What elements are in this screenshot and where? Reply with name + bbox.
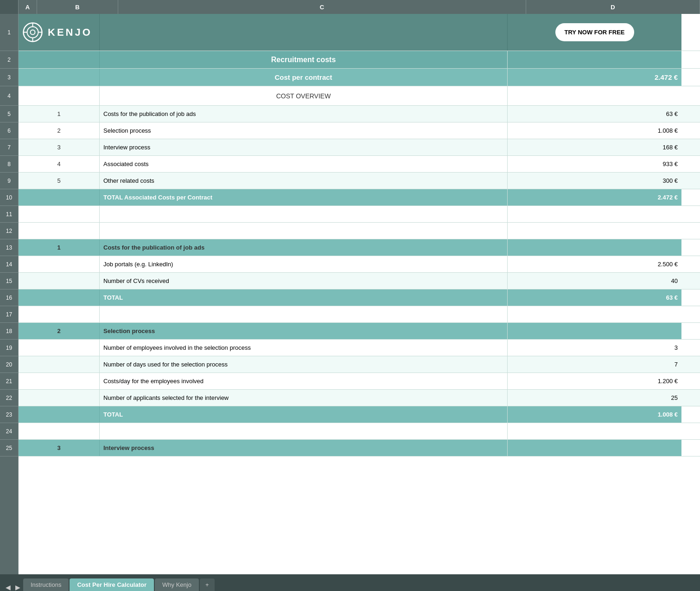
cost-item-2-num: 2	[19, 122, 100, 139]
section2-row1-value: 3	[508, 340, 681, 356]
row-num-15: 15	[0, 273, 18, 289]
section1-row2-value: 40	[508, 273, 681, 289]
row-num-7: 7	[0, 139, 18, 156]
section2-total-value: 1.008 €	[508, 406, 681, 423]
section1-row2-b	[19, 273, 100, 289]
section1-header-d	[508, 239, 681, 256]
cost-item-3-label: Interview process	[100, 139, 508, 155]
section2-num: 2	[19, 323, 100, 339]
overview-b-cell	[19, 86, 100, 105]
cost-item-4-num: 4	[19, 156, 100, 172]
col-header-a: A	[19, 0, 37, 14]
tabs-bar: ◀ ▶ Instructions Cost Per Hire Calculato…	[0, 574, 700, 591]
overview-d-cell	[508, 86, 681, 105]
section2-header-d	[508, 323, 681, 339]
section2-header-row: 2 Selection process	[19, 323, 700, 340]
col-header-c: C	[118, 0, 526, 14]
tab-cost-per-hire[interactable]: Cost Per Hire Calculator	[70, 578, 154, 591]
svg-point-2	[31, 30, 35, 35]
section2-total-row: TOTAL 1.008 €	[19, 406, 700, 423]
cost-item-row-5: 5 Other related costs 300 €	[19, 173, 700, 189]
section2-row3-label: Costs/day for the employees involved	[100, 373, 508, 389]
title-b-cell	[19, 51, 100, 68]
section2-row2-b	[19, 356, 100, 373]
col-header-d: D	[526, 0, 700, 14]
tab-why-kenjo[interactable]: Why Kenjo	[155, 578, 199, 591]
section2-total-label: TOTAL	[100, 406, 508, 423]
section2-title: Selection process	[100, 323, 508, 339]
section1-row2-label: Number of CVs received	[100, 273, 508, 289]
svg-point-1	[27, 27, 38, 38]
cost-item-4-value: 933 €	[508, 156, 681, 172]
total-contract-value: 2.472 €	[508, 189, 681, 206]
section2-row3-value: 1.200 €	[508, 373, 681, 389]
row-num-17: 17	[0, 306, 18, 323]
section1-row1-b	[19, 256, 100, 272]
section2-row1-label: Number of employees involved in the sele…	[100, 340, 508, 356]
row-num-1: 1	[0, 14, 18, 51]
title-d-cell	[508, 51, 681, 68]
section1-total-value: 63 €	[508, 289, 681, 306]
row-num-18: 18	[0, 323, 18, 340]
section3-header-row: 3 Interview process	[19, 440, 700, 456]
kenjo-logo-icon	[22, 22, 43, 43]
col-header-b: B	[37, 0, 118, 14]
tab-instructions[interactable]: Instructions	[23, 578, 69, 591]
try-btn-cell: TRY NOW FOR FREE	[508, 14, 681, 51]
section3-num: 3	[19, 440, 100, 456]
content-area: KENJO TRY NOW FOR FREE Recruitment costs…	[19, 14, 700, 574]
empty-row-12	[19, 223, 700, 239]
section2-row4-label: Number of applicants selected for the in…	[100, 390, 508, 406]
total-contract-row: TOTAL Associated Costs per Contract 2.47…	[19, 189, 700, 206]
tab-add-button[interactable]: +	[200, 578, 215, 591]
cost-item-4-label: Associated costs	[100, 156, 508, 172]
cost-item-1-label: Costs for the publication of job ads	[100, 106, 508, 122]
cost-item-2-value: 1.008 €	[508, 122, 681, 139]
row-num-4: 4	[0, 86, 18, 106]
logo-cell: KENJO	[19, 14, 100, 51]
cost-item-1-num: 1	[19, 106, 100, 122]
cost-item-5-value: 300 €	[508, 173, 681, 189]
row-num-19: 19	[0, 340, 18, 356]
section1-row1-label: Job portals (e.g. LinkedIn)	[100, 256, 508, 272]
cost-item-5-label: Other related costs	[100, 173, 508, 189]
contract-b-cell	[19, 69, 100, 86]
cost-item-row-1: 1 Costs for the publication of job ads 6…	[19, 106, 700, 122]
cost-per-contract-value: 2.472 €	[508, 69, 681, 86]
row-num-2: 2	[0, 51, 18, 69]
row-num-12: 12	[0, 223, 18, 239]
row-num-11: 11	[0, 206, 18, 223]
row-num-16: 16	[0, 289, 18, 306]
row-num-24: 24	[0, 423, 18, 440]
section2-row-3: Costs/day for the employees involved 1.2…	[19, 373, 700, 390]
logo-text: KENJO	[48, 26, 92, 39]
header-row: KENJO TRY NOW FOR FREE	[19, 14, 700, 51]
section1-header-row: 1 Costs for the publication of job ads	[19, 239, 700, 256]
try-now-button[interactable]: TRY NOW FOR FREE	[555, 23, 634, 41]
header-center-cell	[100, 14, 508, 51]
logo-area: KENJO	[22, 22, 92, 43]
section2-row3-b	[19, 373, 100, 389]
total-contract-label: TOTAL Associated Costs per Contract	[100, 189, 508, 206]
section2-total-b	[19, 406, 100, 423]
section1-total-b	[19, 289, 100, 306]
section3-header-d	[508, 440, 681, 456]
cost-per-contract-row: Cost per contract 2.472 €	[19, 69, 700, 86]
tab-next-button[interactable]: ▶	[13, 584, 22, 591]
total-contract-b	[19, 189, 100, 206]
section2-row2-value: 7	[508, 356, 681, 373]
tab-prev-button[interactable]: ◀	[4, 584, 13, 591]
row-num-23: 23	[0, 406, 18, 423]
row-num-9: 9	[0, 173, 18, 189]
cost-item-row-3: 3 Interview process 168 €	[19, 139, 700, 156]
cost-item-2-label: Selection process	[100, 122, 508, 139]
row-num-22: 22	[0, 390, 18, 406]
row-num-20: 20	[0, 356, 18, 373]
section2-row1-b	[19, 340, 100, 356]
row-num-25: 25	[0, 440, 18, 456]
empty-row-24	[19, 423, 700, 440]
recruitment-costs-label: Recruitment costs	[100, 51, 508, 68]
row-num-13: 13	[0, 239, 18, 256]
corner-cell	[0, 0, 19, 14]
section2-row-2: Number of days used for the selection pr…	[19, 356, 700, 373]
